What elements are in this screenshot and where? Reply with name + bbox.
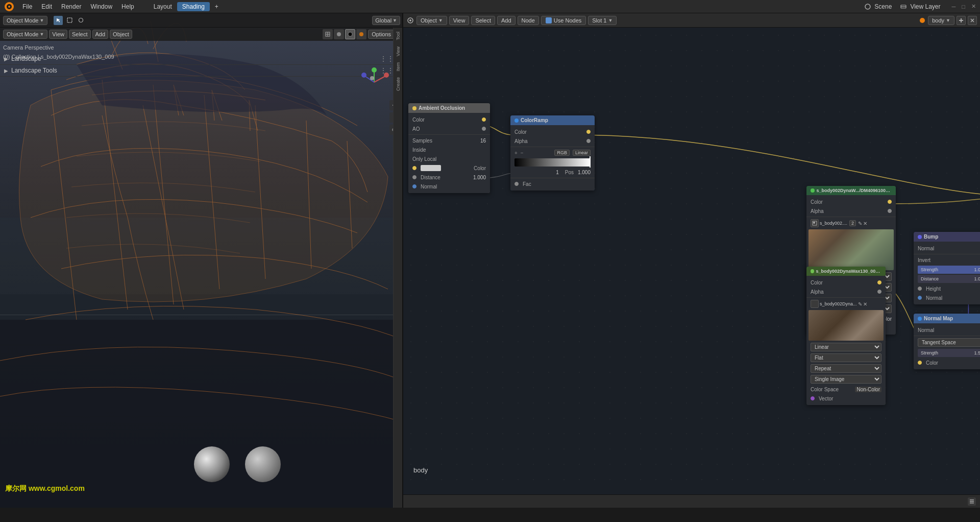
watermark: 摩尔网 www.cgmol.com [5, 484, 85, 493]
bump-invert-row: Invert [914, 255, 980, 265]
mode-chevron: ▼ [39, 18, 44, 23]
box-select-tool[interactable] [65, 16, 74, 25]
select-menu[interactable]: Select [69, 30, 91, 39]
nm-tangent-select[interactable]: Tangent Space [918, 338, 980, 347]
tex1-color-socket[interactable] [888, 200, 892, 204]
camera-perspective-label: Camera Perspective [3, 43, 114, 52]
solid-btn[interactable] [334, 29, 344, 39]
tool-tab[interactable]: Tool [395, 30, 402, 42]
svg-point-27 [384, 73, 389, 78]
shader-node-btn[interactable]: Node [518, 16, 539, 25]
cr-color-socket[interactable] [586, 130, 591, 134]
global-dropdown[interactable]: Global ▼ [372, 16, 400, 25]
viewport-side-tabs: Tool View Item Create [393, 28, 402, 508]
view-menu[interactable]: View [49, 30, 67, 39]
viewport-divider [0, 315, 403, 315]
shader-add-btn[interactable]: Add [497, 16, 516, 25]
workspace-add[interactable]: + [211, 2, 223, 11]
tex2-alpha-socket[interactable] [877, 290, 881, 294]
use-nodes-btn[interactable]: Use Nodes [541, 16, 586, 25]
menu-edit[interactable]: Edit [37, 2, 56, 11]
use-nodes-checkbox [546, 17, 552, 23]
lasso-tool[interactable] [76, 16, 85, 25]
nm-color-socket[interactable] [918, 361, 922, 365]
nm-strength-row: Strength 1.500 [918, 349, 980, 357]
tex2-color-socket[interactable] [877, 280, 881, 284]
landscape-dots[interactable]: ⋮⋮ [380, 55, 394, 63]
node-ao-header: Ambient Occlusion [408, 103, 490, 113]
transform-gizmo [359, 67, 389, 99]
node-bump-title: Bump [924, 234, 938, 240]
workspace-shading[interactable]: Shading [177, 2, 210, 11]
body-chevron: ▼ [946, 18, 950, 23]
landscape-tools-label: Landscape Tools [11, 67, 57, 74]
sphere-grey [245, 446, 281, 482]
ao-color-socket[interactable] [482, 117, 486, 122]
node-tex2-header: s_body002DynaWax130_009-NM10... [806, 267, 886, 276]
view-tab[interactable]: View [395, 44, 402, 58]
tex2-repeat-select[interactable]: Repeat [811, 364, 881, 373]
shader-icon [406, 16, 414, 25]
node-tex2-title: s_body002DynaWax130_009-NM10... [816, 269, 881, 274]
node-bump: Bump Normal Invert [914, 232, 980, 304]
material-btn[interactable] [345, 29, 355, 39]
tex2-linear-row: Linear [806, 342, 886, 352]
tex2-flat-row: Flat [806, 352, 886, 363]
tex2-linear-select[interactable]: Linear [811, 343, 881, 351]
node-nm-header: Normal Map [914, 314, 980, 323]
object-menu[interactable]: Object [110, 30, 132, 39]
add-material-btn[interactable] [957, 16, 966, 25]
ao-ao-socket[interactable] [482, 127, 486, 131]
ao-normal-row: Normal [408, 182, 490, 191]
menu-help[interactable]: Help [117, 2, 138, 11]
rendered-btn[interactable] [356, 29, 366, 39]
cr-linear-dropdown[interactable]: Linear [573, 150, 591, 156]
tex1-close-icon[interactable]: ✕ [863, 221, 867, 226]
window-close[interactable]: ✕ [971, 3, 976, 10]
workspace-layout[interactable]: Layout [150, 2, 176, 11]
ao-distance-socket[interactable] [412, 175, 416, 179]
tex2-single-select[interactable]: Single Image [811, 375, 881, 384]
body-material-dropdown[interactable]: body ▼ [928, 16, 954, 25]
tex2-close-icon[interactable]: ✕ [863, 301, 867, 307]
add-menu[interactable]: Add [92, 30, 109, 39]
menu-file[interactable]: File [18, 2, 36, 11]
tex2-repeat-row: Repeat [806, 363, 886, 374]
shader-view-btn[interactable]: View [449, 16, 470, 25]
menu-window[interactable]: Window [86, 2, 116, 11]
tex1-edit-icon[interactable]: ✎ [858, 221, 862, 226]
tex2-edit-icon[interactable]: ✎ [858, 301, 862, 307]
node-cr-title: ColorRamp [521, 117, 548, 123]
object-mode-dropdown[interactable]: Object Mode ▼ [3, 30, 47, 39]
landscape-arrow[interactable]: ▶ [4, 56, 8, 62]
item-tab[interactable]: Item [395, 60, 402, 74]
tex2-vector-socket[interactable] [811, 396, 815, 400]
tex2-flat-select[interactable]: Flat [811, 353, 881, 362]
menu-render[interactable]: Render [57, 2, 85, 11]
object-mode-label: Object Mode [7, 31, 38, 37]
cr-rgb-dropdown[interactable]: RGB [554, 150, 570, 156]
svg-line-26 [374, 76, 385, 82]
wireframe-btn[interactable] [323, 29, 333, 39]
slot-dropdown[interactable]: Slot 1 ▼ [588, 16, 617, 25]
cr-gradient [514, 158, 591, 167]
ao-normal-socket[interactable] [412, 184, 416, 188]
cursor-tool[interactable] [54, 16, 63, 25]
ao-color-in-socket[interactable] [412, 166, 416, 170]
landscape-tools-arrow[interactable]: ▶ [4, 68, 8, 74]
create-tab[interactable]: Create [395, 75, 402, 93]
window-minimize[interactable]: ─ [952, 4, 956, 10]
close-material-btn[interactable] [968, 16, 977, 25]
blender-logo [4, 2, 14, 12]
tex1-alpha-socket[interactable] [888, 209, 892, 213]
cr-fac-socket[interactable] [514, 182, 519, 186]
window-maximize[interactable]: □ [962, 4, 965, 10]
cr-alpha-socket[interactable] [586, 139, 591, 143]
bump-normal-in-socket[interactable] [918, 296, 922, 300]
svg-rect-46 [970, 501, 974, 502]
node-nm-title: Normal Map [924, 316, 953, 321]
shader-select-btn[interactable]: Select [471, 16, 495, 25]
mode-dropdown[interactable]: Object Mode ▼ [3, 16, 47, 25]
object-dropdown[interactable]: Object ▼ [416, 16, 447, 25]
bump-height-socket[interactable] [918, 287, 922, 291]
